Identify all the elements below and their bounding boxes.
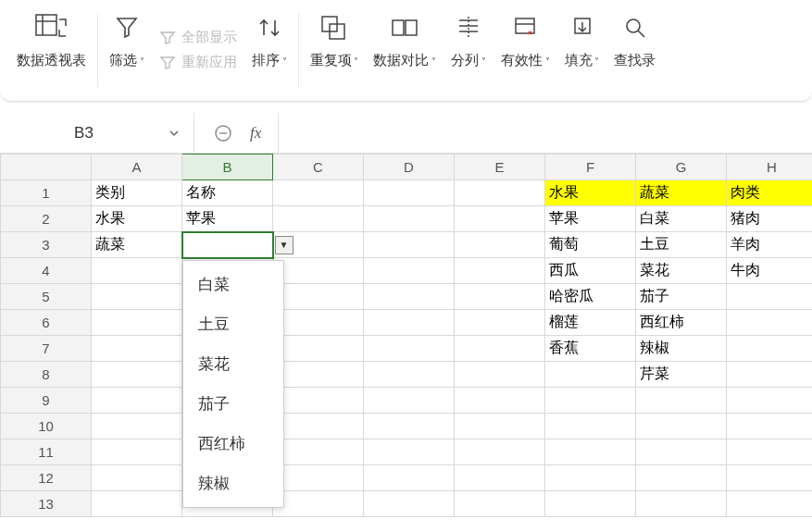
cell-D4[interactable] bbox=[364, 258, 455, 284]
cell-A11[interactable] bbox=[92, 439, 182, 465]
cell-D9[interactable] bbox=[364, 388, 455, 414]
cell-E12[interactable] bbox=[455, 465, 545, 491]
cell-C12[interactable] bbox=[273, 465, 364, 491]
filter-button[interactable]: 筛选 ˅ bbox=[102, 7, 152, 93]
cell-F3[interactable]: 葡萄 bbox=[545, 232, 636, 258]
dropdown-item[interactable]: 西红柿 bbox=[183, 424, 283, 464]
cell-G2[interactable]: 白菜 bbox=[636, 206, 727, 232]
cell-F7[interactable]: 香蕉 bbox=[545, 336, 636, 362]
cell-C9[interactable] bbox=[273, 388, 364, 414]
cell-F11[interactable] bbox=[545, 439, 636, 465]
cell-G5[interactable]: 茄子 bbox=[636, 284, 727, 310]
cell-D5[interactable] bbox=[364, 284, 455, 310]
dropdown-item[interactable]: 白菜 bbox=[183, 265, 283, 304]
cell-E9[interactable] bbox=[455, 388, 545, 414]
formula-input[interactable] bbox=[278, 113, 812, 153]
cell-E1[interactable] bbox=[455, 180, 545, 206]
row-header-4[interactable]: 4 bbox=[1, 258, 92, 284]
cell-G4[interactable]: 菜花 bbox=[636, 258, 727, 284]
cell-D6[interactable] bbox=[364, 310, 455, 336]
row-header-8[interactable]: 8 bbox=[1, 362, 92, 388]
show-all-button[interactable]: 全部显示 bbox=[159, 29, 237, 46]
dropdown-item[interactable]: 土豆 bbox=[183, 304, 283, 344]
column-header-C[interactable]: C bbox=[273, 155, 364, 180]
dropdown-item[interactable]: 辣椒 bbox=[183, 464, 283, 503]
cell-D12[interactable] bbox=[364, 465, 455, 491]
cell-H11[interactable] bbox=[727, 439, 813, 465]
cell-F12[interactable] bbox=[545, 465, 636, 491]
cell-D3[interactable] bbox=[364, 232, 455, 258]
cell-G7[interactable]: 辣椒 bbox=[636, 336, 727, 362]
cell-F6[interactable]: 榴莲 bbox=[545, 310, 636, 336]
cell-F5[interactable]: 哈密瓜 bbox=[545, 284, 636, 310]
cell-H5[interactable] bbox=[727, 284, 813, 310]
cell-E11[interactable] bbox=[455, 439, 545, 465]
row-header-6[interactable]: 6 bbox=[1, 310, 92, 336]
cell-C2[interactable] bbox=[273, 206, 364, 232]
cell-H6[interactable] bbox=[727, 310, 813, 336]
cell-B1[interactable]: 名称 bbox=[182, 180, 273, 206]
cell-G10[interactable] bbox=[636, 414, 727, 439]
cell-H7[interactable] bbox=[727, 336, 813, 362]
cell-H1[interactable]: 肉类 bbox=[727, 180, 813, 206]
cell-F4[interactable]: 西瓜 bbox=[545, 258, 636, 284]
column-header-H[interactable]: H bbox=[727, 155, 813, 180]
cell-H12[interactable] bbox=[727, 465, 813, 491]
cell-C11[interactable] bbox=[273, 439, 364, 465]
sheet-table[interactable]: ABCDEFGH1类别名称水果蔬菜肉类2水果苹果苹果白菜猪肉3蔬菜葡萄土豆羊肉4… bbox=[0, 154, 812, 517]
cell-D11[interactable] bbox=[364, 439, 455, 465]
cell-E5[interactable] bbox=[455, 284, 545, 310]
cell-F10[interactable] bbox=[545, 414, 636, 439]
row-header-12[interactable]: 12 bbox=[1, 465, 92, 491]
row-header-9[interactable]: 9 bbox=[1, 388, 92, 414]
cell-H2[interactable]: 猪肉 bbox=[727, 206, 813, 232]
dropdown-item[interactable]: 菜花 bbox=[183, 344, 283, 384]
cell-E3[interactable] bbox=[455, 232, 545, 258]
name-box[interactable]: B3 bbox=[0, 113, 194, 153]
cell-A4[interactable] bbox=[92, 258, 182, 284]
cell-G11[interactable] bbox=[636, 439, 727, 465]
cell-B3[interactable] bbox=[182, 232, 273, 258]
cell-G3[interactable]: 土豆 bbox=[636, 232, 727, 258]
column-header-A[interactable]: A bbox=[92, 155, 182, 180]
cell-A10[interactable] bbox=[92, 414, 182, 439]
cell-F1[interactable]: 水果 bbox=[545, 180, 636, 206]
reapply-button[interactable]: 重新应用 bbox=[159, 54, 237, 71]
row-header-3[interactable]: 3 bbox=[1, 232, 92, 258]
cell-A8[interactable] bbox=[92, 362, 182, 388]
select-all-corner[interactable] bbox=[1, 155, 92, 180]
cell-B2[interactable]: 苹果 bbox=[182, 206, 273, 232]
cell-F8[interactable] bbox=[545, 362, 636, 388]
cell-A2[interactable]: 水果 bbox=[92, 206, 182, 232]
cell-E6[interactable] bbox=[455, 310, 545, 336]
cell-dropdown-handle[interactable]: ▼ bbox=[275, 236, 294, 254]
cell-D7[interactable] bbox=[364, 336, 455, 362]
cell-G12[interactable] bbox=[636, 465, 727, 491]
cell-G9[interactable] bbox=[636, 388, 727, 414]
fill-button[interactable]: 填充 ˅ bbox=[557, 7, 607, 93]
dropdown-item[interactable]: 茄子 bbox=[183, 384, 283, 424]
row-header-10[interactable]: 10 bbox=[1, 414, 92, 439]
cell-H13[interactable] bbox=[727, 491, 813, 517]
cell-A6[interactable] bbox=[92, 310, 182, 336]
cell-C5[interactable] bbox=[273, 284, 364, 310]
column-header-D[interactable]: D bbox=[364, 155, 455, 180]
cell-A7[interactable] bbox=[92, 336, 182, 362]
column-header-F[interactable]: F bbox=[545, 155, 636, 180]
cell-A9[interactable] bbox=[92, 388, 182, 414]
cell-G1[interactable]: 蔬菜 bbox=[636, 180, 727, 206]
cell-A13[interactable] bbox=[92, 491, 182, 517]
cell-D13[interactable] bbox=[364, 491, 455, 517]
cell-C13[interactable] bbox=[273, 491, 364, 517]
cell-D10[interactable] bbox=[364, 414, 455, 439]
cell-F13[interactable] bbox=[545, 491, 636, 517]
cell-E8[interactable] bbox=[455, 362, 545, 388]
cell-C4[interactable] bbox=[273, 258, 364, 284]
duplicates-button[interactable]: 重复项 ˅ bbox=[303, 7, 367, 93]
cell-C1[interactable] bbox=[273, 180, 364, 206]
sort-button[interactable]: 排序 ˅ bbox=[244, 7, 294, 93]
column-header-B[interactable]: B bbox=[182, 155, 273, 180]
cell-A3[interactable]: 蔬菜 bbox=[92, 232, 182, 258]
cell-H9[interactable] bbox=[727, 388, 813, 414]
cell-H3[interactable]: 羊肉 bbox=[727, 232, 813, 258]
